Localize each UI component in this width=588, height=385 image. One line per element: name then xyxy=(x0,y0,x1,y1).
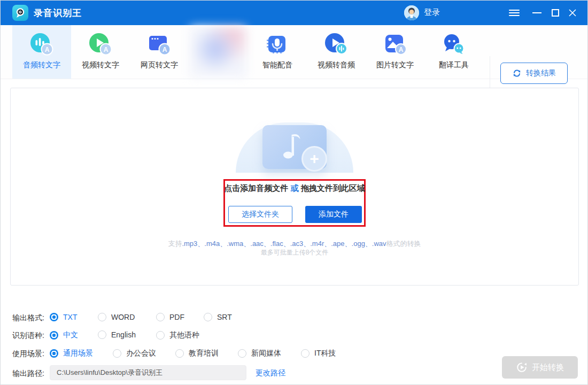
tab-label: 网页转文字 xyxy=(141,60,178,70)
app-logo-icon xyxy=(12,5,28,21)
user-avatar[interactable] xyxy=(404,5,419,20)
drop-prompt-text: 点击添加音频文件 或 拖拽文件到此区域 xyxy=(223,183,366,194)
radio-label: WORD xyxy=(111,313,135,321)
start-conversion-button[interactable]: 开始转换 xyxy=(502,356,578,379)
menu-icon[interactable] xyxy=(505,1,523,25)
image-to-text-icon: A xyxy=(382,32,408,57)
tab-label: 翻译工具 xyxy=(439,60,469,70)
svg-text:A: A xyxy=(399,46,404,53)
change-path-link[interactable]: 更改路径 xyxy=(256,368,285,378)
video-to-text-icon: A xyxy=(88,32,113,57)
close-button[interactable] xyxy=(563,1,582,25)
tab-label: 视频转音频 xyxy=(318,60,355,70)
radio-icon xyxy=(98,330,106,339)
radio-scene-news[interactable]: 新闻媒体 xyxy=(238,349,281,358)
radio-icon xyxy=(98,313,106,321)
prompt-before: 点击添加音频文件 xyxy=(224,183,288,192)
app-title: 录音识别王 xyxy=(34,7,82,19)
output-format-label: 输出格式: xyxy=(12,313,44,323)
translate-tool-icon xyxy=(441,32,467,57)
radio-label: SRT xyxy=(217,313,232,321)
tab-label: 音频转文字 xyxy=(23,60,60,70)
support-suffix: 格式的转换 xyxy=(386,240,421,248)
radio-lang-chinese[interactable]: 中文 xyxy=(50,330,78,340)
svg-text:A: A xyxy=(104,46,109,53)
tab-video-to-text[interactable]: A 视频转文字 xyxy=(71,25,130,79)
web-to-text-icon: A xyxy=(146,32,172,57)
radio-icon xyxy=(301,349,310,358)
radio-icon xyxy=(50,331,58,340)
start-button-label: 开始转换 xyxy=(532,363,564,373)
select-folder-button[interactable]: 选择文件夹 xyxy=(228,206,292,223)
radio-format-pdf[interactable]: PDF xyxy=(156,313,184,321)
radio-label: TXT xyxy=(63,313,77,321)
radio-icon xyxy=(50,313,58,321)
tab-translate-tool[interactable]: 翻译工具 xyxy=(424,25,483,79)
results-button-label: 转换结果 xyxy=(526,68,556,78)
ai-dubbing-icon xyxy=(265,32,290,57)
add-plus-icon: + xyxy=(301,146,327,172)
radio-label: English xyxy=(111,330,136,339)
radio-label: 中文 xyxy=(63,330,78,340)
tab-web-to-text[interactable]: A 网页转文字 xyxy=(130,25,189,79)
output-path-label: 输出路径: xyxy=(12,369,44,379)
tab-label: 智能配音 xyxy=(262,60,292,70)
tab-blurred[interactable] xyxy=(189,25,247,79)
radio-label: 教育培训 xyxy=(189,349,219,358)
output-path-input[interactable] xyxy=(50,365,246,380)
radio-icon xyxy=(238,349,246,358)
radio-label: 新闻媒体 xyxy=(251,349,281,358)
radio-format-txt[interactable]: TXT xyxy=(50,313,77,321)
add-file-button[interactable]: 添加文件 xyxy=(305,206,362,223)
maximize-button[interactable] xyxy=(546,1,564,25)
scene-label: 使用场景: xyxy=(12,349,44,359)
refresh-icon xyxy=(512,68,522,78)
svg-text:A: A xyxy=(45,46,50,53)
radio-format-word[interactable]: WORD xyxy=(98,313,135,321)
tab-video-to-audio[interactable]: 视频转音频 xyxy=(307,25,366,79)
feature-tab-bar: A 音频转文字 A 视频转文字 xyxy=(1,25,587,79)
radio-scene-it[interactable]: IT科技 xyxy=(301,349,336,358)
radio-scene-general[interactable]: 通用场景 xyxy=(50,349,93,358)
tab-image-to-text[interactable]: A 图片转文字 xyxy=(366,25,424,79)
login-button[interactable]: 登录 xyxy=(424,7,440,18)
radio-lang-english[interactable]: English xyxy=(98,330,136,339)
radio-icon xyxy=(175,349,184,358)
svg-text:A: A xyxy=(163,46,167,53)
radio-label: 办公会议 xyxy=(126,349,156,358)
tab-audio-to-text[interactable]: A 音频转文字 xyxy=(12,25,71,79)
prompt-after: 拖拽文件到此区域 xyxy=(301,183,365,192)
tab-label: 图片转文字 xyxy=(376,60,414,70)
radio-scene-meeting[interactable]: 办公会议 xyxy=(113,349,156,358)
support-prefix: 支持 xyxy=(168,240,182,248)
video-to-audio-icon xyxy=(323,32,349,57)
radio-label: 通用场景 xyxy=(63,349,93,358)
radio-scene-education[interactable]: 教育培训 xyxy=(175,349,219,358)
radio-icon xyxy=(204,313,212,321)
supported-formats-text: 支持.mp3、.m4a、.wma、.aac、.flac、.ac3、.m4r、.a… xyxy=(1,239,588,249)
prompt-or: 或 xyxy=(291,183,299,192)
radio-lang-other[interactable]: 其他语种 xyxy=(156,330,199,340)
radio-icon xyxy=(156,331,165,340)
radio-icon xyxy=(50,349,58,358)
radio-label: 其他语种 xyxy=(169,330,199,340)
radio-icon xyxy=(113,349,121,358)
support-formats: .mp3、.m4a、.wma、.aac、.flac、.ac3、.m4r、.ape… xyxy=(182,240,386,248)
app-window: 录音识别王 登录 xyxy=(0,0,588,385)
tab-label: 视频转文字 xyxy=(82,60,119,70)
radio-format-srt[interactable]: SRT xyxy=(204,313,232,321)
start-play-icon xyxy=(516,361,528,373)
radio-icon xyxy=(156,313,165,321)
blurred-feature-icon xyxy=(190,26,246,78)
minimize-button[interactable] xyxy=(528,1,546,25)
conversion-results-button[interactable]: 转换结果 xyxy=(500,63,568,84)
upload-limit-text: 最多可批量上传8个文件 xyxy=(1,248,588,257)
language-label: 识别语种: xyxy=(12,331,44,341)
tab-ai-dubbing[interactable]: 智能配音 xyxy=(248,25,307,79)
radio-label: IT科技 xyxy=(314,349,336,358)
title-bar: 录音识别王 登录 xyxy=(1,1,587,25)
radio-label: PDF xyxy=(169,313,184,321)
audio-to-text-icon: A xyxy=(29,32,55,57)
